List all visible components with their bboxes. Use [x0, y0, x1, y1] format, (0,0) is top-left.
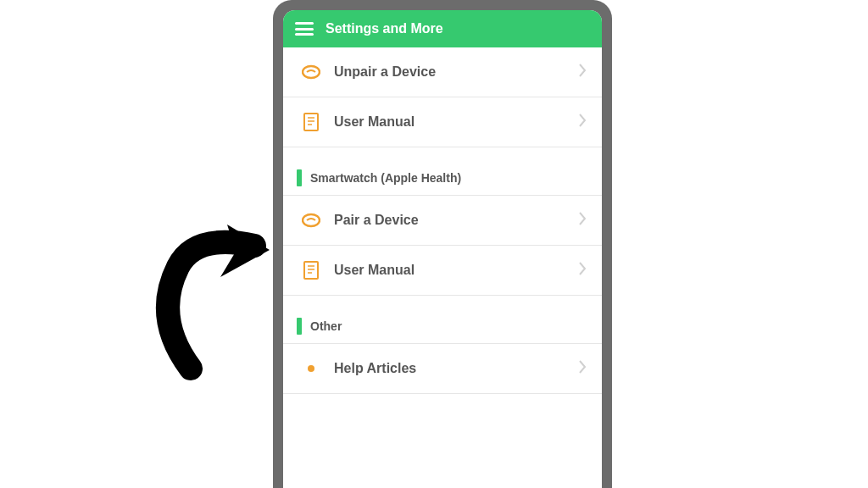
- unpair-device-item[interactable]: Unpair a Device: [283, 47, 602, 97]
- chevron-right-icon: [578, 359, 587, 378]
- svg-point-5: [303, 214, 320, 226]
- phone-frame: Settings and More Unpair a Device User M…: [273, 0, 612, 488]
- doc-icon: [302, 113, 320, 131]
- doc-icon: [302, 261, 320, 280]
- item-label: Unpair a Device: [334, 64, 565, 80]
- section-header-other: Other: [283, 296, 602, 344]
- link-icon: [302, 63, 320, 81]
- pair-device-item[interactable]: Pair a Device: [283, 196, 602, 246]
- svg-rect-1: [304, 114, 318, 130]
- page-title: Settings and More: [326, 21, 443, 36]
- link-icon: [302, 211, 320, 230]
- phone-screen: Settings and More Unpair a Device User M…: [283, 10, 602, 488]
- section-marker: [297, 318, 302, 335]
- svg-point-0: [303, 66, 320, 78]
- section-label: Other: [310, 319, 342, 333]
- svg-rect-6: [304, 262, 318, 279]
- arrow-annotation-icon: [127, 199, 297, 385]
- chevron-right-icon: [578, 63, 587, 81]
- user-manual-item-1[interactable]: User Manual: [283, 97, 602, 147]
- item-label: Pair a Device: [334, 213, 565, 228]
- section-label: Smartwatch (Apple Health): [310, 171, 461, 185]
- help-articles-item[interactable]: Help Articles: [283, 344, 602, 394]
- item-label: Help Articles: [334, 361, 565, 376]
- section-marker: [297, 169, 302, 186]
- section-header-smartwatch: Smartwatch (Apple Health): [283, 147, 602, 196]
- chevron-right-icon: [578, 211, 587, 230]
- hamburger-menu-icon[interactable]: [295, 22, 314, 36]
- chevron-right-icon: [578, 113, 587, 131]
- item-label: User Manual: [334, 114, 565, 130]
- chevron-right-icon: [578, 261, 587, 280]
- item-label: User Manual: [334, 263, 565, 278]
- bullet-icon: [302, 359, 320, 378]
- user-manual-item-2[interactable]: User Manual: [283, 246, 602, 296]
- app-header: Settings and More: [283, 10, 602, 47]
- settings-list: Unpair a Device User Manual Smartwatch (…: [283, 47, 602, 488]
